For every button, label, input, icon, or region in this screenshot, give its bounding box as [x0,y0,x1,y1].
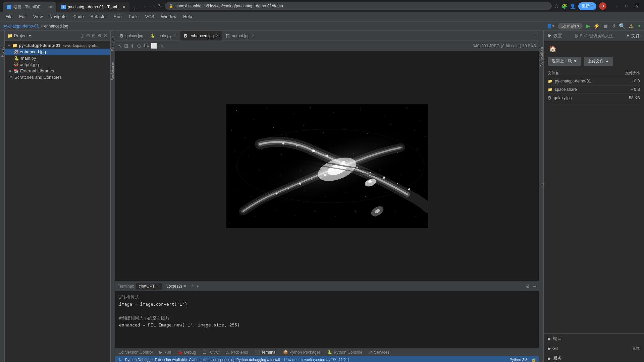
terminal-minimize-icon[interactable]: ─ [533,284,536,289]
tool-version-control[interactable]: ⎇ Version Control [118,350,154,355]
close-button[interactable]: ✕ [632,1,641,11]
rerun-icon[interactable]: ↺ [611,23,615,29]
editor-tab-main[interactable]: 🐍 main.py ✕ [147,31,180,41]
file-row-1[interactable]: 📁 space.share ~ 0 B [548,85,640,94]
back-button[interactable]: 返回上一级 ◀ [548,57,581,66]
search-icon[interactable]: 🔍 [619,23,626,29]
menu-vcs[interactable]: VCS [143,13,157,20]
update-button[interactable]: 更新 + [578,2,596,10]
tool-problems[interactable]: ⚠ Problems [225,350,250,355]
terminal-line-5: enhanced = PIL.Image.new('L', image.size… [119,322,535,329]
project-action-scope[interactable]: ◎ [80,33,84,38]
terminal-settings-icon[interactable]: ⚙ [526,284,530,289]
main-tab-close[interactable]: ✕ [173,34,176,38]
menu-run[interactable]: Run [111,13,124,20]
output-tab-close[interactable]: ✕ [252,34,255,38]
menu-file[interactable]: File [3,13,15,20]
project-action-close[interactable]: ✕ [104,33,107,38]
reload-button[interactable]: ↻ [158,3,162,9]
tool-todo[interactable]: ☰ TODO [201,350,220,355]
menu-refactor[interactable]: Refactor [88,13,110,20]
project-action-layout[interactable]: ⊟ [86,33,90,38]
tool-services[interactable]: ⚙ Services [368,350,391,355]
terminal-tab-local[interactable]: Local (2) ✕ [164,283,189,290]
file-row-2[interactable]: 🖼 galaxy.jpg 58 KB [548,94,640,102]
edit-icon[interactable]: ✎ [159,43,164,49]
port-section[interactable]: ▶ 端口 [544,334,644,344]
editor-tab-galaxy[interactable]: 🖼 galaxy.jpg [116,31,147,41]
menu-tools[interactable]: Tools [126,13,141,20]
bookmarks-label[interactable]: Bookmarks [110,60,115,82]
terminal-dropdown[interactable]: ▾ [197,284,199,289]
home-button[interactable]: 🏠 [548,44,558,54]
maximize-button[interactable]: □ [622,1,631,11]
tool-debug[interactable]: 🐞 Debug [176,350,197,355]
editor-tab-output[interactable]: 🖼 output.jpg ✕ [223,31,258,41]
tool-python-packages[interactable]: 📦 Python Packages [282,350,322,355]
zoom-out-icon[interactable]: ⊖ [137,43,141,49]
expand-panel-button[interactable]: › [542,181,544,188]
bookmark-icon[interactable]: ☆ [554,3,559,9]
services-section[interactable]: ▶ 服务 [544,353,644,362]
menu-code[interactable]: Code [71,13,87,20]
menu-view[interactable]: View [31,13,45,20]
local-tab-close[interactable]: ✕ [183,284,186,288]
project-action-collapse[interactable]: ⊞ [92,33,96,38]
tree-item-external-libs[interactable]: ▶ 📚 External Libraries [5,68,110,74]
branch-selector[interactable]: ⎇ main ▾ [558,23,583,29]
tree-item-output[interactable]: 🖼 output.jpg [5,61,110,68]
run-button[interactable]: ▶ [586,23,590,29]
structure-label[interactable]: Structure [110,34,115,53]
fit-icon[interactable]: ⤡ [118,43,122,49]
terminal-tab-chatgpt[interactable]: chatGPT ✕ [136,283,162,290]
new-tab-button[interactable]: + [130,6,138,12]
project-action-settings[interactable]: ⚙ [98,33,102,38]
user-menu-icon[interactable]: 👤▾ [547,23,554,28]
breadcrumb-project[interactable]: py-chatgpt-demo-01 [3,24,39,28]
stop-icon[interactable]: ◼ [603,23,608,29]
tool-terminal[interactable]: ⬛ Terminal [254,350,278,355]
file-row-0[interactable]: 📁 py-chatgpt-demo-01 ~ 0 B [548,77,640,85]
terminal-content[interactable]: #转换模式 image = image.convert('L') #创建相同大小… [115,291,539,348]
file-section-label[interactable]: ▼ 文件 [626,33,640,39]
settings-icon[interactable]: ✦ [637,23,641,29]
menu-edit[interactable]: Edit [16,13,29,20]
forward-button[interactable]: → [151,3,156,9]
back-button[interactable]: ← [143,3,149,9]
extensions-icon[interactable]: 🧩 [561,3,567,9]
tab-close-2[interactable]: ✕ [122,5,125,9]
frame-icon[interactable]: ⬜ [151,43,157,49]
menu-help[interactable]: Help [180,13,195,20]
add-terminal-button[interactable]: + [191,283,195,290]
settings-collapse[interactable]: ▶ 设置 [548,33,562,39]
project-strip-label[interactable]: Project [0,44,5,58]
svg-point-19 [390,124,391,124]
chatgpt-tab-close[interactable]: ✕ [156,284,159,288]
zoom-in-icon[interactable]: ⊕ [130,43,135,49]
breadcrumb-bar: py-chatgpt-demo-01 › enhanced.jpg 👤▾ ⎇ m… [0,21,644,31]
address-bar[interactable]: 🔒 hongxi.titanide.cn/ide/web/coding/py-c… [165,2,552,10]
tool-run[interactable]: ▶ Run [158,350,172,355]
dropdown-icon[interactable]: ▾ [29,33,31,38]
menu-window[interactable]: Window [158,13,179,20]
svg-point-32 [417,149,418,149]
tree-item-enhanced[interactable]: 🖼 enhanced.jpg [5,49,110,55]
tree-item-scratches[interactable]: ✎ Scratches and Consoles [5,74,110,80]
browser-tab-1[interactable]: T 项目 - TitanIDE ✕ [3,2,56,12]
browser-tab-2[interactable]: T py-chatgpt-demo-01 - TitanI... ✕ [57,2,129,12]
warning-icon[interactable]: ⚠ [629,23,634,29]
tree-item-main[interactable]: 🐍 main.py [5,55,110,61]
editor-tab-enhanced[interactable]: 🖼 enhanced.jpg ✕ [180,31,222,41]
tab-close-1[interactable]: ✕ [49,5,52,9]
tool-python-console[interactable]: 🐍 Python Console [326,350,364,355]
enhanced-tab-close[interactable]: ✕ [216,34,219,38]
build-icon[interactable]: ⚡ [593,23,600,29]
minimize-button[interactable]: ─ [612,1,621,11]
upload-button[interactable]: 上传文件 ▲ [584,57,613,66]
profile-icon[interactable]: 👤 [570,3,576,9]
git-section[interactable]: ▶ Git 克隆 [544,344,644,353]
grid-icon[interactable]: ⊞ [124,43,128,49]
tab-more-button[interactable]: ⋮ [533,33,537,39]
tree-root[interactable]: ▼ 📁 py-chatgpt-demo-01 ~/workspace/py-ch… [5,42,110,49]
menu-navigate[interactable]: Navigate [47,13,69,20]
